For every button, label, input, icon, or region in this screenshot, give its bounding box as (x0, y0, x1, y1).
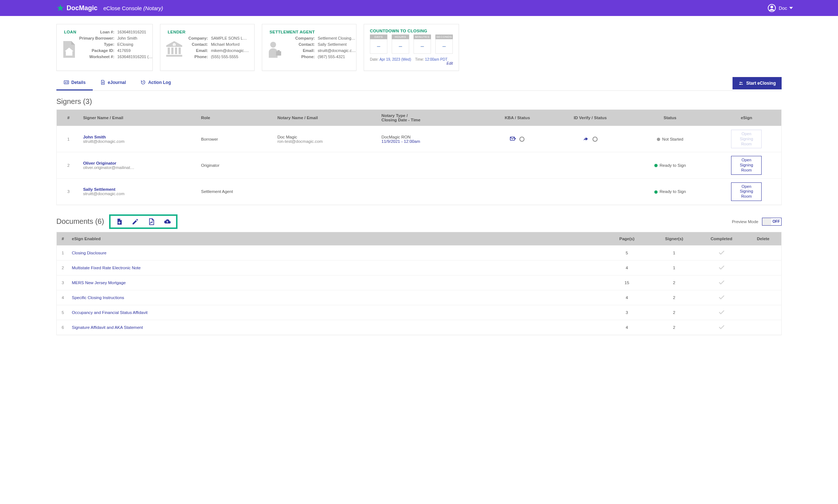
preview-mode-label: Preview Mode (732, 219, 758, 224)
document-icon (100, 80, 105, 85)
countdown-title: COUNTDOWN TO CLOSING (370, 29, 427, 33)
idverify-cell (552, 152, 628, 178)
doc-completed (698, 290, 745, 305)
doc-delete (745, 260, 782, 275)
signer-role: Borrower (198, 126, 275, 152)
pdf-icon[interactable] (148, 218, 155, 225)
countdown-edit-link[interactable]: Edit (447, 61, 453, 65)
signers-header-kba: KBA / Status (483, 110, 552, 126)
doc-pages: 4 (603, 290, 651, 305)
docs-header-name: eSign Enabled (69, 232, 603, 245)
doc-signers: 2 (651, 305, 698, 320)
edit-icon[interactable] (132, 218, 139, 225)
doc-pages: 4 (603, 260, 651, 275)
docs-header-signers: Signer(s) (651, 232, 698, 245)
brand-name: DocMagic (67, 4, 97, 12)
doc-signers: 2 (651, 275, 698, 290)
svg-rect-9 (179, 48, 181, 54)
signer-role: Originator (198, 152, 275, 178)
svg-rect-13 (278, 50, 280, 52)
share-arrow-icon[interactable] (583, 137, 590, 142)
document-name-link[interactable]: Specific Closing Instructions (72, 295, 124, 300)
svg-marker-0 (57, 5, 64, 11)
documents-section-title: Documents (6) (56, 217, 104, 226)
lender-company-value: SAMPLE SONS L… (210, 35, 251, 41)
console-role-text: (Notary) (143, 5, 163, 11)
document-name-link[interactable]: MERS New Jersey Mortgage (72, 281, 126, 285)
check-icon (718, 324, 725, 330)
status-dot-icon (657, 138, 660, 141)
person-briefcase-icon (267, 41, 282, 59)
document-name-link[interactable]: Occupancy and Financial Status Affidavit (72, 310, 148, 315)
svg-point-23 (741, 82, 742, 83)
settlement-contact-value: Sally Settlement (316, 41, 357, 47)
document-row: 6Signature Affidavit and AKA Statement42 (57, 320, 782, 335)
signer-name[interactable]: John Smith (83, 135, 195, 139)
signers-section-title: Signers (3) (56, 97, 782, 106)
notary-email: ron-test@docmagic.com (278, 139, 376, 144)
lender-title: LENDER (168, 30, 185, 34)
signer-idx: 3 (57, 178, 80, 205)
doc-signers: 1 (651, 260, 698, 275)
doc-delete (745, 320, 782, 335)
document-name-link[interactable]: Signature Affidavit and AKA Statement (72, 325, 143, 330)
signers-header-notary: Notary Name / Email (275, 110, 379, 126)
doc-signers: 1 (651, 245, 698, 260)
document-name-link[interactable]: Multistate Fixed Rate Electronic Note (72, 266, 141, 270)
countdown-date-value: Apr 19, 2023 (Wed) (379, 57, 411, 61)
signer-status: Ready to Sign (628, 152, 712, 178)
lender-email-label: Email: (187, 47, 210, 53)
envelope-arrow-icon[interactable] (510, 137, 516, 142)
tab-details[interactable]: Details (56, 76, 93, 90)
add-document-icon[interactable] (116, 218, 123, 225)
signers-header-status: Status (628, 110, 712, 126)
tab-ejournal[interactable]: eJournal (93, 76, 133, 90)
signer-name[interactable]: Sally Settlement (83, 187, 195, 191)
upload-cloud-icon[interactable] (164, 218, 171, 225)
kba-cell (483, 126, 552, 152)
tabs-row: Details eJournal Action Log Start eClosi… (56, 76, 782, 91)
brand-logo: DocMagic (56, 4, 97, 12)
open-signing-room-button[interactable]: Open Signing Room (731, 182, 762, 201)
tab-ejournal-label: eJournal (108, 80, 126, 85)
user-menu[interactable]: Doc (768, 4, 793, 12)
signer-name[interactable]: Oliver Originator (83, 161, 195, 165)
check-icon (718, 310, 725, 315)
doc-delete (745, 305, 782, 320)
lender-email-value: mikem@docmagic.… (210, 47, 251, 53)
primary-borrower-value: John Smith (116, 35, 154, 41)
minutes-label: MINUTES (414, 35, 431, 39)
tab-action-log[interactable]: Action Log (133, 76, 178, 90)
worksheet-no-label: Worksheet #: (78, 53, 116, 60)
signer-status: Ready to Sign (628, 178, 712, 205)
settlement-card: SETTLEMENT AGENT Company:Settlement Clos… (262, 24, 356, 71)
closing-datetime[interactable]: 11/9/2021 - 12:00am (382, 139, 480, 144)
id-card-icon (64, 80, 69, 85)
start-eclosing-button[interactable]: Start eClosing (733, 77, 782, 89)
countdown-hours: HOURS– (392, 35, 409, 54)
document-name-link[interactable]: Closing Disclosure (72, 251, 107, 255)
document-row: 4Specific Closing Instructions42 (57, 290, 782, 305)
preview-mode-toggle[interactable]: OFF (762, 218, 782, 226)
kba-cell (483, 152, 552, 178)
documents-toolbar (109, 214, 177, 229)
settlement-phone-label: Phone: (290, 53, 316, 60)
signer-idx: 2 (57, 152, 80, 178)
seconds-value: – (435, 39, 453, 54)
open-signing-room-button: Open Signing Room (731, 130, 762, 148)
signers-header-name: Signer Name / Email (80, 110, 198, 126)
svg-point-22 (739, 82, 741, 83)
doc-signers: 2 (651, 290, 698, 305)
doc-pages: 4 (603, 320, 651, 335)
package-id-value: 417659 (116, 47, 154, 53)
signer-email: oliver.originator@mailinat… (83, 165, 195, 170)
countdown-days: DAYS– (370, 35, 387, 54)
signer-row: 3Sally Settlementstruitt@docmagic.comSet… (57, 178, 782, 205)
star-icon (56, 4, 64, 12)
loan-title: LOAN (64, 30, 76, 34)
house-file-icon (62, 41, 76, 59)
svg-rect-7 (171, 48, 173, 54)
svg-point-2 (770, 6, 773, 8)
doc-pages: 3 (603, 305, 651, 320)
open-signing-room-button[interactable]: Open Signing Room (731, 156, 762, 174)
